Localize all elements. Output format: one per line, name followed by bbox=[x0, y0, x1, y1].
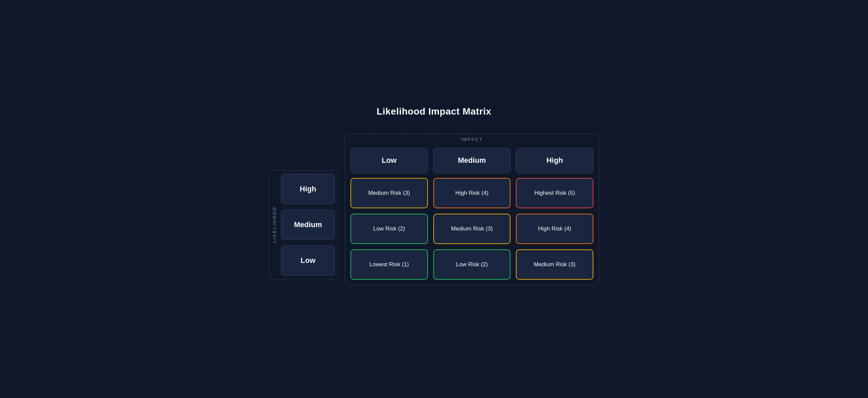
data-grid: Medium Risk (3) High Risk (4) Highest Ri… bbox=[350, 178, 593, 280]
cell-low-med: Low Risk (2) bbox=[433, 249, 511, 280]
cell-med-low: Low Risk (2) bbox=[350, 214, 428, 244]
right-section: IMPACT Low Medium High Medium Risk (3) bbox=[345, 134, 599, 285]
cell-low-high: Medium Risk (3) bbox=[516, 249, 593, 280]
likelihood-label: LIKELIHOOD bbox=[272, 206, 277, 243]
cell-med-high: High Risk (4) bbox=[516, 214, 593, 244]
cell-low-low: Lowest Risk (1) bbox=[350, 249, 428, 280]
likelihood-label-wrapper: LIKELIHOOD bbox=[272, 206, 277, 243]
likelihood-bracket: LIKELIHOOD High Medium Low bbox=[269, 170, 338, 279]
col-header-high: High bbox=[516, 148, 593, 173]
row-headers: High Medium Low bbox=[281, 174, 335, 276]
left-section: LIKELIHOOD High Medium Low bbox=[269, 134, 338, 285]
impact-bracket: IMPACT Low Medium High Medium Risk (3) bbox=[345, 134, 599, 285]
matrix-wrapper: LIKELIHOOD High Medium Low IMPACT bbox=[269, 134, 599, 285]
row-header-medium: Medium bbox=[281, 210, 335, 240]
cell-high-low: Medium Risk (3) bbox=[350, 178, 428, 208]
col-header-medium: Medium bbox=[433, 148, 511, 173]
cell-high-med: High Risk (4) bbox=[433, 178, 511, 208]
row-header-high: High bbox=[281, 174, 335, 204]
col-headers: Low Medium High bbox=[350, 148, 593, 173]
cell-high-high: Highest Risk (5) bbox=[516, 178, 593, 208]
cell-med-med: Medium Risk (3) bbox=[433, 214, 511, 244]
row-header-low: Low bbox=[281, 245, 335, 276]
page-title: Likelihood Impact Matrix bbox=[269, 106, 599, 117]
impact-label: IMPACT bbox=[350, 137, 593, 142]
col-header-low: Low bbox=[350, 148, 428, 173]
page-container: Likelihood Impact Matrix LIKELIHOOD High… bbox=[249, 93, 619, 306]
